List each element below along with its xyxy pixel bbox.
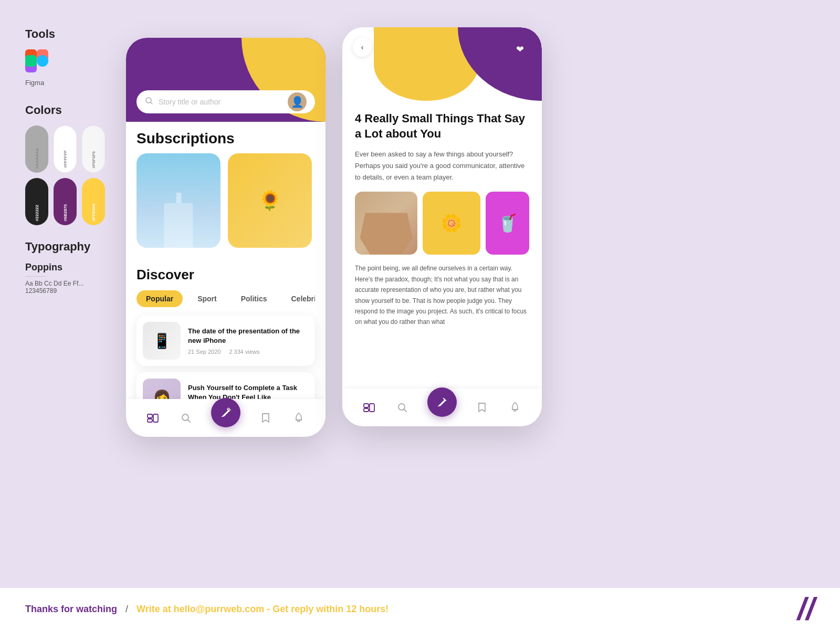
svg-rect-12 <box>364 404 369 407</box>
nav2-home-icon[interactable] <box>362 400 376 415</box>
phone1-scroll: Story title or author Subscriptions 👤 Am <box>126 38 326 399</box>
article-image-2: 🌼 <box>423 192 480 255</box>
figma-icon <box>25 49 48 72</box>
swatch-black-label: #222222 <box>35 205 39 221</box>
bottom-bar: Thanks for watching / Write at hello@pur… <box>0 588 840 630</box>
article-thumb-1: 📱 <box>143 322 181 360</box>
sub-card-image-1 <box>136 153 220 248</box>
subscriptions-title: Subscriptions <box>126 122 326 153</box>
double-slash-decoration: // <box>797 593 815 625</box>
swatch-gray-label: #AAAAAA <box>35 148 39 169</box>
article-title-1: The date of the presentation of the new … <box>188 327 309 345</box>
swatch-white-label: #FFFFFF <box>63 150 68 168</box>
svg-rect-14 <box>370 404 374 412</box>
cta-text: Write at hello@purrweb.com - Get reply w… <box>136 604 388 615</box>
swatch-gray: #AAAAAA <box>25 125 48 173</box>
swatch-purple: #6B2870 <box>54 178 77 225</box>
search-bar[interactable]: Story title or author <box>136 90 315 113</box>
swatch-black: #222222 <box>25 178 48 225</box>
typography-title: Typography <box>25 240 120 254</box>
sub-card-image-2: 🌻 <box>228 153 312 248</box>
svg-line-6 <box>151 102 153 104</box>
svg-point-3 <box>37 55 48 67</box>
phone2-header-bg <box>342 27 542 101</box>
article-images: 🌼 🥤 <box>355 192 529 255</box>
sub-card-2[interactable]: 🌻 👤 Ammy 3 hours ago <box>228 153 312 248</box>
discover-section: Discover Popular Sport Politics Celebrit… <box>126 258 326 399</box>
article-image-3: 🥤 <box>486 192 529 255</box>
article-thumb-2: 👩 <box>143 379 181 399</box>
phone2-nav <box>342 388 542 426</box>
phones-container: Story title or author Subscriptions 👤 Am <box>126 27 542 437</box>
back-button[interactable]: ‹ <box>353 38 372 57</box>
article-card-2[interactable]: 👩 Push Yourself to Complete a Task When … <box>136 372 315 399</box>
phone1-nav <box>126 399 326 437</box>
tab-politics[interactable]: Politics <box>232 290 277 307</box>
thanks-text: Thanks for watching <box>25 604 117 615</box>
phone2-scroll: ‹ ❤ 4 Really Small Things That Say a Lot… <box>342 27 542 388</box>
figma-logo-area: Figma <box>25 49 120 87</box>
category-tabs: Popular Sport Politics Celebrities <box>136 290 315 307</box>
swatch-yellow-label: #FFD044 <box>91 204 96 221</box>
article-body-1: Ever been asked to say a few things abou… <box>355 149 529 183</box>
colors-section: Colors #AAAAAA #FFFFFF #F6F6F6 #222222 #… <box>25 103 120 225</box>
colors-title: Colors <box>25 103 120 117</box>
swatch-light-label: #F6F6F6 <box>91 151 96 168</box>
tools-title: Tools <box>25 27 120 41</box>
swatch-purple-label: #6B2870 <box>63 204 68 221</box>
svg-line-11 <box>187 420 190 423</box>
user-avatar[interactable] <box>288 92 307 111</box>
svg-rect-9 <box>153 414 158 422</box>
article-info-2: Push Yourself to Complete a Task When Yo… <box>188 383 309 399</box>
svg-rect-7 <box>148 414 152 418</box>
article-date-1: 21 Sep 2020 <box>188 349 220 355</box>
nav-compose-button[interactable] <box>211 398 240 427</box>
search-placeholder: Story title or author <box>159 98 282 106</box>
swatch-white: #FFFFFF <box>54 125 77 173</box>
svg-rect-8 <box>148 419 152 422</box>
phone-subscriptions: Story title or author Subscriptions 👤 Am <box>126 38 326 437</box>
article-title-2: Push Yourself to Complete a Task When Yo… <box>188 383 309 399</box>
favorite-button[interactable]: ❤ <box>508 38 531 61</box>
search-icon <box>145 97 153 107</box>
article-meta-1: 21 Sep 2020 2 334 views <box>188 349 309 355</box>
svg-rect-4 <box>25 55 37 67</box>
nav2-bell-icon[interactable] <box>508 400 522 415</box>
phone1-header: Story title or author <box>126 38 326 122</box>
article-image-1 <box>355 192 417 255</box>
tab-celebrities[interactable]: Celebrities <box>281 290 315 307</box>
font-divider <box>25 276 46 277</box>
svg-line-16 <box>404 410 406 412</box>
article-content: 4 Really Small Things That Say a Lot abo… <box>342 101 542 338</box>
header-purple <box>458 27 542 101</box>
nav-bookmark-icon[interactable] <box>258 411 273 425</box>
tab-sport[interactable]: Sport <box>188 290 226 307</box>
nav-home-icon[interactable] <box>145 411 160 425</box>
figma-label: Figma <box>25 79 120 87</box>
nav-search-icon[interactable] <box>178 411 193 425</box>
phone-article: ‹ ❤ 4 Really Small Things That Say a Lot… <box>342 27 542 426</box>
color-swatches-row1: #AAAAAA #FFFFFF #F6F6F6 <box>25 125 120 173</box>
tab-popular[interactable]: Popular <box>136 290 183 307</box>
sub-card-1[interactable]: 👤 Ammy Crammer 1 hour ago <box>136 153 220 248</box>
nav2-bookmark-icon[interactable] <box>475 400 489 415</box>
swatch-light: #F6F6F6 <box>82 125 105 173</box>
article-views-1: 2 334 views <box>229 349 259 355</box>
svg-rect-13 <box>364 408 369 412</box>
font-sample: Aa Bb Cc Dd Ee Ff...123456789 <box>25 280 120 295</box>
building-icon <box>164 203 193 248</box>
phone2-header: ‹ ❤ <box>342 27 542 101</box>
font-name: Poppins <box>25 262 120 273</box>
nav2-search-icon[interactable] <box>395 400 410 415</box>
article-card-1[interactable]: 📱 The date of the presentation of the ne… <box>136 316 315 366</box>
article-body-2: The point being, we all define ourselves… <box>355 263 529 327</box>
nav-bell-icon[interactable] <box>291 411 306 425</box>
article-big-title: 4 Really Small Things That Say a Lot abo… <box>355 111 529 141</box>
left-panel: Tools Figma Colors #AAAAAA #FFFFFF #F6F6… <box>25 27 120 295</box>
discover-title: Discover <box>136 267 315 283</box>
article-info-1: The date of the presentation of the new … <box>188 327 309 355</box>
subscription-cards: 👤 Ammy Crammer 1 hour ago 🌻 👤 Ammy <box>126 153 326 258</box>
typography-section: Typography Poppins Aa Bb Cc Dd Ee Ff...1… <box>25 240 120 295</box>
swatch-yellow: #FFD044 <box>82 178 105 225</box>
nav2-compose-button[interactable] <box>427 387 457 417</box>
